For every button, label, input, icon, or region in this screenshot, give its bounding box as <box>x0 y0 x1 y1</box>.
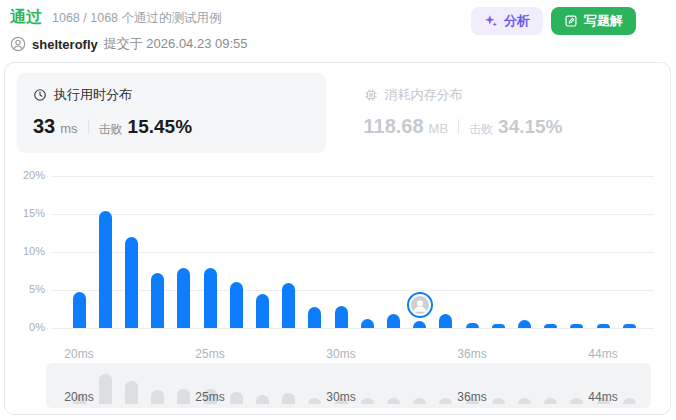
histogram-bar[interactable] <box>413 321 426 328</box>
minimap-tick-label: 20ms <box>57 390 101 404</box>
analyze-button-label: 分析 <box>504 12 530 30</box>
x-axis-tick-label: 20ms <box>57 347 101 361</box>
runtime-distribution-chart: 0%5%10%15%20%20ms25ms30ms36ms44ms20ms25m… <box>5 63 670 414</box>
submitted-timestamp: 提交于 2026.04.23 09:55 <box>104 35 248 53</box>
header-actions: 分析 写题解 <box>471 7 636 35</box>
x-axis-tick-label: 25ms <box>188 347 232 361</box>
histogram-bar[interactable] <box>125 237 138 328</box>
histogram-bar[interactable] <box>492 324 505 328</box>
y-axis-tick-label: 5% <box>5 283 45 295</box>
histogram-bar[interactable] <box>387 314 400 328</box>
minimap-tick-label: 36ms <box>450 390 494 404</box>
sparkles-icon <box>484 14 498 28</box>
analyze-button[interactable]: 分析 <box>471 7 543 35</box>
histogram-bar[interactable] <box>623 324 636 328</box>
x-axis-tick-label: 30ms <box>319 347 363 361</box>
histogram-bar[interactable] <box>544 324 557 328</box>
minimap-bar <box>387 398 400 404</box>
submitter-username[interactable]: shelterofly <box>32 37 98 52</box>
minimap-bar <box>151 390 164 404</box>
histogram-bar[interactable] <box>335 306 348 328</box>
y-axis-tick-label: 20% <box>5 169 45 181</box>
y-axis-tick-label: 15% <box>5 207 45 219</box>
histogram-bar[interactable] <box>597 324 610 328</box>
edit-icon <box>564 14 578 28</box>
histogram-bar[interactable] <box>570 324 583 328</box>
gridline <box>51 328 654 329</box>
x-axis-tick-label: 44ms <box>581 347 625 361</box>
gridline <box>51 176 654 177</box>
distribution-panel: 执行用时分布 33 ms 击败 15.45% <box>4 62 671 415</box>
minimap-tick-label: 30ms <box>319 390 363 404</box>
minimap-tick-label: 25ms <box>188 390 232 404</box>
histogram-bar[interactable] <box>230 282 243 328</box>
write-solution-button-label: 写题解 <box>584 12 623 30</box>
histogram-bar[interactable] <box>99 211 112 328</box>
histogram-bar[interactable] <box>204 268 217 328</box>
histogram-bar[interactable] <box>177 268 190 328</box>
minimap-tick-label: 44ms <box>581 390 625 404</box>
gridline <box>51 290 654 291</box>
submission-header: 通过 1068 / 1068 个通过的测试用例 shelterofly 提交于 … <box>10 7 666 55</box>
user-avatar-icon <box>10 36 26 52</box>
minimap-bar <box>413 398 426 404</box>
submission-result-page: 通过 1068 / 1068 个通过的测试用例 shelterofly 提交于 … <box>0 0 676 420</box>
histogram-bar[interactable] <box>73 292 86 329</box>
gridline <box>51 214 654 215</box>
histogram-bar[interactable] <box>518 320 531 328</box>
x-axis-tick-label: 36ms <box>450 347 494 361</box>
histogram-bar[interactable] <box>361 319 374 328</box>
minimap-bar <box>518 398 531 404</box>
write-solution-button[interactable]: 写题解 <box>551 7 636 35</box>
y-axis-tick-label: 0% <box>5 321 45 333</box>
gridline <box>51 252 654 253</box>
histogram-bar[interactable] <box>439 314 452 328</box>
passed-testcases-summary: 1068 / 1068 个通过的测试用例 <box>52 10 222 27</box>
minimap-bar <box>125 381 138 404</box>
histogram-bar[interactable] <box>151 273 164 328</box>
marker-avatar-icon <box>411 296 429 314</box>
y-axis-tick-label: 10% <box>5 245 45 257</box>
histogram-bar[interactable] <box>282 283 295 328</box>
submitter-row: shelterofly 提交于 2026.04.23 09:55 <box>10 35 666 53</box>
histogram-bar[interactable] <box>466 323 479 328</box>
minimap-bar <box>256 395 269 404</box>
status-accepted-label: 通过 <box>10 7 42 28</box>
minimap-bar <box>282 393 295 405</box>
histogram-bar[interactable] <box>256 294 269 328</box>
minimap-bar <box>544 398 557 404</box>
user-runtime-marker[interactable] <box>407 292 433 318</box>
histogram-bar[interactable] <box>308 307 321 328</box>
